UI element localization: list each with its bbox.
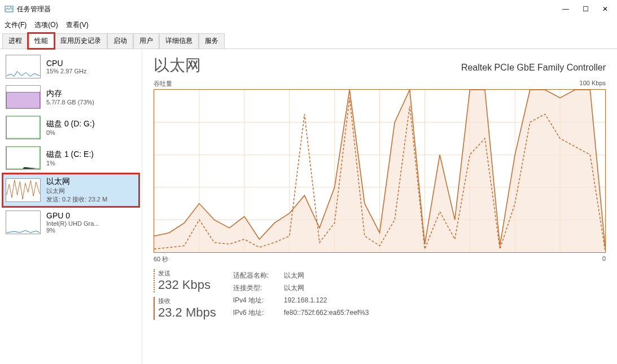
taskmgr-icon: [5, 5, 14, 14]
sidebar-sub: 1%: [46, 160, 136, 166]
svg-rect-3: [6, 92, 40, 108]
tab-服务[interactable]: 服务: [199, 33, 225, 49]
thumb-mem: [6, 85, 41, 109]
chart-label-right: 100 Kbps: [580, 80, 606, 88]
main-panel: 以太网 Realtek PCIe GbE Family Controller 吞…: [142, 49, 617, 364]
sidebar-item-disk0[interactable]: 磁盘 0 (D: G:)0%: [2, 112, 139, 143]
sidebar-title: 磁盘 0 (D: G:): [46, 119, 136, 129]
sidebar-title: 内存: [46, 89, 136, 99]
tab-启动[interactable]: 启动: [107, 33, 133, 49]
window-title: 任务管理器: [17, 5, 51, 14]
thumb-cpu: [6, 55, 41, 78]
sidebar-title: CPU: [46, 59, 136, 68]
sidebar-sub: Intel(R) UHD Gra...: [46, 220, 136, 227]
tab-进程[interactable]: 进程: [2, 33, 28, 49]
sidebar-title: GPU 0: [46, 211, 136, 220]
maximize-button[interactable]: ☐: [583, 5, 589, 13]
thumb-disk0: [6, 116, 41, 139]
sidebar-sub: 5.7/7.8 GB (73%): [46, 99, 136, 106]
svg-rect-7: [6, 211, 40, 234]
svg-rect-5: [6, 147, 40, 169]
sidebar-item-mem[interactable]: 内存5.7/7.8 GB (73%): [2, 82, 139, 112]
throughput-chart[interactable]: [154, 89, 606, 253]
svg-rect-6: [6, 179, 40, 201]
chart-label-left: 吞吐量: [154, 80, 172, 88]
page-title: 以太网: [154, 55, 201, 76]
sidebar-sub: 以太网: [46, 187, 136, 195]
sidebar: CPU15% 2.97 GHz内存5.7/7.8 GB (73%)磁盘 0 (D…: [0, 49, 142, 364]
thumb-eth: [6, 178, 41, 202]
menubar: 文件(F) 选项(O) 查看(V): [0, 18, 617, 33]
thumb-disk1: [6, 146, 41, 170]
sidebar-title: 以太网: [46, 177, 136, 187]
tab-详细信息[interactable]: 详细信息: [159, 33, 199, 49]
minimize-button[interactable]: —: [562, 5, 569, 13]
thumb-gpu: [6, 210, 41, 234]
menu-options[interactable]: 选项(O): [34, 20, 58, 30]
chart-foot-right: 0: [602, 255, 606, 264]
menu-view[interactable]: 查看(V): [66, 20, 89, 30]
sidebar-sub: 15% 2.97 GHz: [46, 68, 136, 74]
chart-foot-left: 60 秒: [154, 255, 168, 264]
sidebar-sub: 0%: [46, 129, 136, 136]
recv-label: 接收: [158, 297, 216, 305]
sidebar-item-cpu[interactable]: CPU15% 2.97 GHz: [2, 51, 139, 82]
recv-value: 23.2 Mbps: [158, 305, 216, 320]
sidebar-item-eth[interactable]: 以太网以太网发送: 0.2 接收: 23.2 M: [2, 173, 139, 207]
close-button[interactable]: ✕: [602, 5, 608, 13]
svg-rect-4: [6, 116, 40, 139]
titlebar[interactable]: 任务管理器 — ☐ ✕: [0, 0, 617, 18]
detail-grid: 适配器名称:以太网 连接类型:以太网 IPv4 地址:192.168.1.122…: [233, 269, 369, 324]
tabbar: 进程性能应用历史记录启动用户详细信息服务: [0, 33, 617, 49]
sidebar-title: 磁盘 1 (C: E:): [46, 150, 136, 160]
send-label: 发送: [158, 269, 216, 278]
tab-用户[interactable]: 用户: [133, 33, 159, 49]
adapter-name: Realtek PCIe GbE Family Controller: [461, 63, 606, 73]
sidebar-item-disk1[interactable]: 磁盘 1 (C: E:)1%: [2, 143, 139, 173]
tab-应用历史记录[interactable]: 应用历史记录: [54, 33, 107, 49]
sidebar-item-gpu[interactable]: GPU 0Intel(R) UHD Gra...9%: [2, 207, 139, 238]
tab-性能[interactable]: 性能: [28, 33, 54, 49]
menu-file[interactable]: 文件(F): [5, 20, 27, 30]
send-value: 232 Kbps: [158, 278, 216, 292]
